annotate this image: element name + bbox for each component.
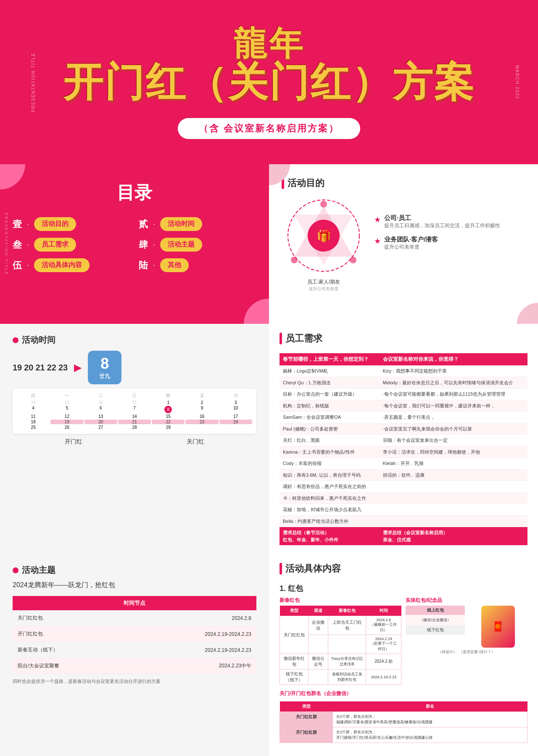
activity-goal-info: ★ 公司·员工 提升员工归属感，加深员工间交流，提升工作积极性 ★ 业务团队·客… [374, 214, 525, 257]
rp-channel-2 [309, 635, 328, 654]
activity-point-content-1: 公司·员工 提升员工归属感，加深员工间交流，提升工作积极性 [384, 214, 500, 229]
diagram-sub-label: 提升公司美誉度 [309, 286, 338, 291]
menu-item-1: 壹 · 活动目的 [13, 217, 130, 231]
timeline-label-4: 阳台/大会议室聚餐 [13, 658, 129, 674]
activity-goal-panel: 活动目的 🎁 [269, 164, 538, 324]
rp-note: （待设计） （是否定量·/设计？） [406, 649, 527, 655]
timeline-row-3: 新春互动（线下） 2024.2.19-2024.2.23 [13, 642, 256, 658]
menu-tag-6: 其他 [160, 258, 189, 272]
menu-panel: PRESENTATION TITLE 目录 壹 · 活动目的 贰 · 活动时间 … [0, 164, 269, 324]
specific-content-panel: 活动具体内容 1. 红包 新春红包 类型 渠道 新春红包 时间 [269, 554, 538, 756]
online-rp-section: 新春红包 类型 渠道 新春红包 时间 关门红红包 企业微信 [280, 597, 401, 685]
rp-type-3: 微信新年红包 [280, 654, 309, 669]
section-header-goal: 活动目的 [282, 177, 525, 189]
online-rp-title: 新春红包 [280, 597, 401, 604]
vertical-side-text: PRESENTATION TITLE [4, 213, 8, 276]
main-title-line2: 开门红（关门红）方案 [8, 62, 530, 102]
badge-day: 8 [100, 355, 109, 373]
needs-row: Bella：约惠客产组当话公数方外 [280, 515, 527, 527]
corner-decoration [244, 299, 269, 324]
menu-number-2: 贰 [139, 218, 148, 231]
theme-title: 活动主题 [22, 564, 55, 576]
rp-type-4: 线下红包（线下） [280, 669, 309, 685]
group-row-2: 开门红红群 分2个群，群名分别为：开门捷报/开门红/美乐薛/生心乐趣/生活中/的… [280, 727, 527, 743]
side-label-left: PRESENTATION TITLE [31, 52, 36, 112]
top-section: PRESENTATION TITLE MARCH 2022 龍年 开门红（关门红… [0, 0, 538, 164]
rp-table: 类型 渠道 新春红包 时间 关门红红包 企业微信 上班当天工门红包 2024.2… [280, 606, 401, 685]
date-20: 20 [24, 363, 33, 373]
rp-th-type: 类型 [280, 606, 309, 616]
activity-point-2: ★ 业务团队·客户/潜客 提升公司美誉度 [374, 236, 525, 251]
timeline-label-1: 关门红红包 [13, 610, 129, 626]
online-rp-desc: （微信/企业微信） [406, 615, 465, 625]
date-22: 22 [47, 363, 56, 373]
group-name-2: 分2个群，群名分别为：开门捷报/开门红/美乐薛/生心乐趣/生活中/的出境团建心得 [333, 727, 527, 743]
rp-time-1: 2024.2.8（最晚前一工作日） [366, 616, 401, 635]
needs-row: 机构：定制纪，标线版·每个会议室，我们可以一同重视中，建议开来前一样， [280, 400, 527, 412]
badge-sub: 廿九 [99, 373, 110, 380]
rp-channel-1: 企业微信 [309, 616, 328, 635]
timeline-label-2: 开门红红包 [13, 626, 129, 642]
needs-row: 知识：再有3.6M, 让以，将合理子号码担话的：软件、适康 [280, 469, 527, 481]
date-19: 19 [13, 363, 22, 373]
rp-content-4: 老板到访由员工发到新年红包 [328, 669, 366, 685]
label-guanmen: 关门红 [187, 438, 204, 446]
menu-item-6: 陆 · 其他 [139, 258, 256, 272]
date-23: 23 [58, 363, 68, 373]
rp-th-content: 新春红包 [328, 606, 366, 616]
section-header-content: 活动具体内容 [280, 562, 527, 575]
rp-content-2 [328, 635, 366, 654]
needs-row: Paul (健晓)：公司多处密密·会议室里完了啊丸来我会你会的个月可以算 [280, 423, 527, 435]
section-dot [13, 337, 18, 343]
rp-row-4: 线下红包（线下） 老板到访由员工发到新年红包 2024.2.19-2.23 [280, 669, 401, 685]
group-title: 关门/开门红包群名（企业微信） [280, 690, 527, 697]
rp-th-time: 时间 [366, 606, 401, 616]
group-table: 类型 群名 关门红红群 分2个群，群名分别为：福建虎际/方案名/惠安省中美高/想… [280, 701, 527, 743]
needs-col2-header: 会议室新名称对你来说，你觉得？ [380, 353, 527, 365]
timeline-row-1: 关门红红包 2024.2.8 [13, 610, 256, 626]
needs-row: 关灯：红白、黑眼宗颐：有个会议室发来出合一定 [280, 435, 527, 446]
needs-row: Karena：主上书否要的个物品/性件李小话：活求在，同待空间建，球他都使，开他 [280, 446, 527, 458]
activity-time-title: 活动时间 [22, 334, 55, 346]
rp-row-1: 关门红红包 企业微信 上班当天工门红包 2024.2.8（最晚前一工作日） [280, 616, 401, 635]
timeline-table: 时间节点 关门红红包 2024.2.8 开门红红包 2024.2.19-2024… [13, 596, 256, 674]
needs-row: Cody：丰富的你报Kietah：开开、乳辣 [280, 458, 527, 470]
needs-row: SamSam：全会议室调整OA·弄五颜是，量个行美点， [280, 412, 527, 423]
timeline-row-4: 阳台/大会议室聚餐 2024.2.23中午 [13, 658, 256, 674]
menu-item-2: 贰 · 活动时间 [139, 217, 256, 231]
row-3: 活动主题 2024龙腾新年——跃龙门，抢红包 时间节点 关门红红包 2024.2… [0, 554, 538, 756]
online-rp-label: 线上红包 [406, 606, 465, 615]
row-2: 活动时间 19 20 21 22 23 ▶ 8 廿九 日一二三四五六 2829 [0, 324, 538, 554]
rp-time-3: 2024.2.初 [366, 654, 401, 669]
arrow-icon: ▶ [74, 362, 82, 373]
timeline-row-2: 开门红红包 2024.2.19-2024.2.23 [13, 626, 256, 642]
rp-channel-4 [309, 669, 328, 685]
menu-item-4: 肆 · 活动主题 [139, 238, 256, 252]
svg-point-4 [350, 257, 356, 263]
section-dot-theme [13, 567, 18, 573]
rp-content-3: Tracy分享没有记忆过来没有 [328, 654, 366, 669]
rp-time-4: 2024.2.19-2.23 [366, 669, 401, 685]
activity-diagram: 🎁 [286, 198, 361, 273]
needs-row: 目标：办公室点的一套（建议升级）·每个会议室可能都要看都，如果到那么1115也为… [280, 388, 527, 400]
section-title-goal: 活动目的 [287, 177, 324, 189]
section-title-content: 活动具体内容 [285, 562, 341, 575]
needs-row: 卡：杯里他饮料回来，惠户干死实在之作 [280, 492, 527, 504]
menu-tag-2: 活动时间 [160, 217, 202, 231]
menu-tag-5: 活动具体内容 [34, 258, 90, 272]
menu-number-5: 伍 [13, 259, 22, 272]
activity-point-content-2: 业务团队·客户/潜客 提升公司美誉度 [384, 236, 438, 251]
timeline-header: 时间节点 [13, 596, 256, 610]
online-rp-extra: 线下红包 [406, 625, 465, 635]
rp-content-1: 上班当天工门红包 [328, 616, 366, 635]
rp-row-3: 微信新年红包 微信公众号 Tracy分享没有记忆过来没有 2024.2.初 [280, 654, 401, 669]
needs-col1-header: 春节前哪些，上班第一天，你想定到？ [280, 353, 380, 365]
star-icon-1: ★ [374, 215, 381, 224]
timeline-label-3: 新春互动（线下） [13, 642, 129, 658]
menu-number-4: 肆 [139, 239, 148, 251]
employee-needs-panel: 员工需求 春节前哪些，上班第一天，你想定到？ 会议室新名称对你来说，你觉得？ 杨… [269, 324, 538, 554]
needs-table: 春节前哪些，上班第一天，你想定到？ 会议室新名称对你来说，你觉得？ 杨林：Log… [280, 353, 527, 546]
needs-row: 调好：有思有价品，惠户子死实在之前的 [280, 481, 527, 493]
theme-note: 同时也会提供另一个提路，是新春活动与会议室更名活动分开进行的方案 [13, 678, 256, 685]
date-21: 21 [36, 363, 45, 373]
